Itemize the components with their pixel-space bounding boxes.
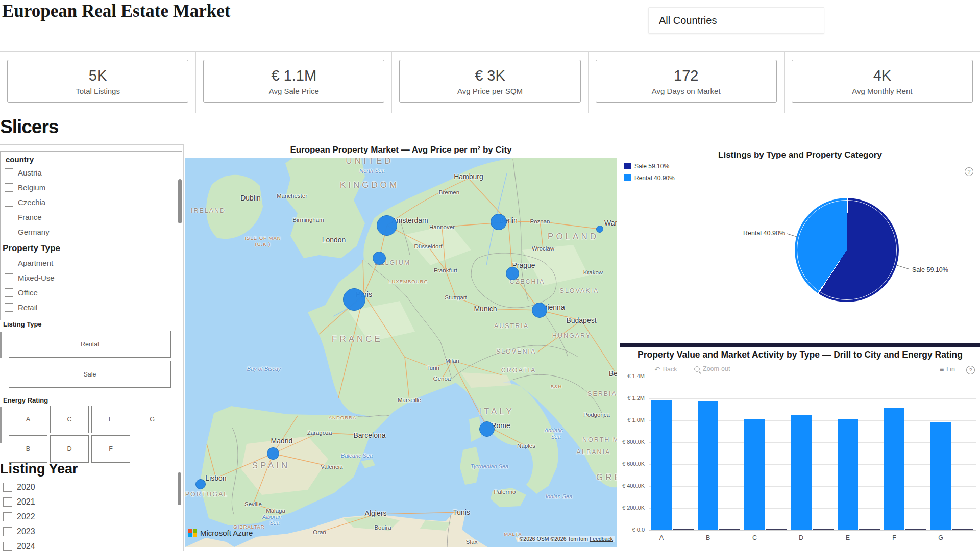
checkbox-item[interactable]: Mixed-Use — [1, 270, 182, 285]
kpi-card[interactable]: 5KTotal Listings — [7, 60, 188, 103]
listing-type-button[interactable]: Sale — [9, 361, 171, 388]
map-bubble[interactable] — [479, 421, 495, 437]
bar-secondary[interactable] — [766, 529, 787, 530]
bar[interactable] — [744, 419, 765, 530]
bar[interactable] — [884, 408, 904, 530]
checkbox-label: 2023 — [17, 527, 35, 536]
kpi-card[interactable]: 4KAvg Monthly Rent — [792, 60, 973, 103]
legend-item[interactable]: Sale 59.10% — [624, 160, 675, 172]
checkbox-label: Mixed-Use — [18, 273, 55, 282]
checkbox[interactable] — [5, 288, 13, 297]
divider — [620, 147, 980, 147]
checkbox-item[interactable]: 2020 — [0, 480, 174, 494]
checkbox[interactable] — [3, 483, 12, 492]
checkbox-item[interactable]: 2021 — [0, 494, 174, 509]
checkbox-item[interactable]: Czechia — [1, 195, 182, 210]
checkbox[interactable] — [5, 259, 13, 267]
bar-secondary[interactable] — [905, 529, 926, 530]
energy-rating-button[interactable]: G — [133, 406, 172, 433]
checkbox-item[interactable]: Austria — [1, 165, 182, 180]
map-bubble[interactable] — [491, 214, 507, 230]
x-axis-label: D — [799, 534, 803, 541]
listing-type-scrollbar[interactable] — [0, 332, 2, 358]
checkbox-label: Office — [18, 288, 38, 297]
checkbox-item[interactable]: Germany — [1, 224, 182, 239]
bar-secondary[interactable] — [673, 529, 694, 530]
bar[interactable] — [651, 400, 672, 530]
energy-rating-button[interactable]: D — [50, 435, 89, 463]
energy-rating-button[interactable]: E — [91, 406, 130, 433]
map-bubble[interactable] — [506, 267, 519, 280]
map-bubble[interactable] — [195, 479, 206, 489]
checkbox-item[interactable]: Belgium — [1, 180, 182, 195]
country-scrollbar[interactable] — [178, 179, 182, 223]
bar-secondary[interactable] — [952, 529, 973, 530]
pie-callout-sale: Sale 59.10% — [912, 266, 948, 273]
map-bubble[interactable] — [343, 288, 365, 311]
bar-secondary[interactable] — [813, 529, 834, 530]
kpi-card[interactable]: € 3KAvg Price per SQM — [399, 60, 580, 103]
kpi-row: 5KTotal Listings€ 1.1MAvg Sale Price€ 3K… — [0, 51, 980, 113]
checkbox-item[interactable]: Apartment — [1, 256, 182, 270]
checkbox[interactable] — [5, 168, 13, 177]
kpi-label: Avg Monthly Rent — [852, 87, 912, 95]
checkbox[interactable] — [3, 512, 12, 521]
checkbox[interactable] — [5, 198, 13, 207]
legend-item[interactable]: Rental 40.90% — [624, 172, 675, 184]
pie-chart[interactable] — [795, 198, 899, 302]
map-bubble[interactable] — [377, 215, 397, 236]
map-canvas[interactable]: Microsoft Azure ©2026 OSM ©2026 TomTom F… — [185, 158, 617, 547]
checkbox[interactable] — [3, 527, 12, 536]
checkbox[interactable] — [5, 273, 13, 282]
kpi-value: 5K — [89, 67, 107, 84]
checkbox-partial[interactable] — [5, 314, 13, 320]
map-bubble[interactable] — [267, 447, 279, 460]
pie-callout-rental: Rental 40.90% — [730, 230, 785, 237]
bar[interactable] — [838, 419, 858, 530]
checkbox[interactable] — [5, 183, 13, 192]
checkbox[interactable] — [3, 497, 12, 507]
checkbox-item[interactable]: Office — [1, 285, 182, 300]
listing-year-scrollbar[interactable] — [178, 472, 181, 505]
bar[interactable] — [791, 415, 812, 530]
kpi-section: 4KAvg Monthly Rent — [785, 51, 980, 113]
energy-rating-button[interactable]: A — [9, 406, 47, 433]
energy-rating-button[interactable]: B — [9, 435, 47, 463]
checkbox[interactable] — [5, 213, 13, 221]
bar[interactable] — [930, 422, 951, 530]
listing-type-button[interactable]: Rental — [9, 331, 171, 358]
feedback-link[interactable]: Feedback — [590, 536, 613, 542]
checkbox-item[interactable]: 2022 — [0, 509, 174, 524]
map-bubble[interactable] — [373, 252, 386, 265]
help-icon[interactable]: ? — [965, 167, 973, 176]
y-axis-label: € 200.0K — [620, 505, 645, 511]
kpi-card[interactable]: 172Avg Days on Market — [596, 60, 777, 103]
bar[interactable] — [698, 401, 718, 530]
energy-rating-button[interactable]: F — [91, 435, 130, 463]
map-basemap — [185, 158, 617, 547]
energy-rating-button[interactable]: C — [50, 406, 89, 433]
map-bubble[interactable] — [596, 226, 603, 233]
x-axis-label: A — [659, 534, 664, 541]
checkbox[interactable] — [3, 542, 12, 551]
y-axis-label: € 1.2M — [620, 395, 645, 401]
country-filter-dropdown[interactable]: All Countries — [648, 7, 824, 34]
bar-secondary[interactable] — [719, 529, 740, 530]
checkbox[interactable] — [5, 303, 13, 312]
azure-logo-text: Microsoft Azure — [200, 529, 253, 537]
kpi-card[interactable]: € 1.1MAvg Sale Price — [203, 60, 384, 103]
map-bubble[interactable] — [532, 303, 547, 318]
map-attribution: ©2026 OSM ©2026 TomTom Feedback — [518, 536, 615, 542]
checkbox-label: 2022 — [17, 512, 35, 521]
energy-rating-scrollbar[interactable] — [0, 407, 2, 443]
checkbox-item[interactable]: Retail — [1, 300, 182, 315]
bar-secondary[interactable] — [859, 529, 880, 530]
y-axis-label: € 800.0K — [620, 439, 645, 445]
checkbox-item[interactable]: 2024 — [0, 539, 174, 551]
kpi-section: € 1.1MAvg Sale Price — [196, 51, 392, 113]
kpi-section: 5KTotal Listings — [0, 51, 196, 113]
property-type-options: ApartmentMixed-UseOfficeRetail — [1, 256, 182, 315]
checkbox-item[interactable]: 2023 — [0, 524, 174, 539]
checkbox-item[interactable]: France — [1, 210, 182, 224]
checkbox[interactable] — [5, 228, 13, 236]
